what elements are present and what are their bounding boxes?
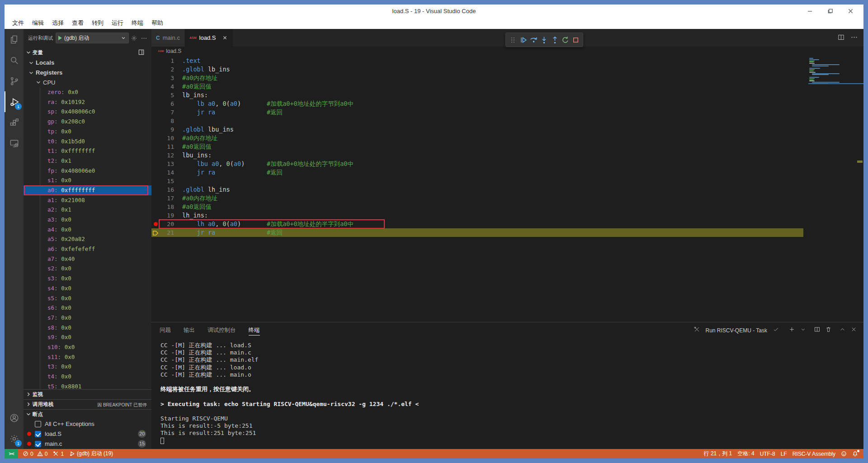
code-text[interactable]: #a0内存地址: [182, 134, 217, 142]
code-line-5[interactable]: 5lb_ins:: [151, 91, 863, 99]
gutter[interactable]: 1: [151, 57, 182, 65]
tab-load.S[interactable]: ASMload.S: [185, 29, 233, 47]
activity-run-debug-icon[interactable]: 1: [5, 91, 24, 112]
continue-icon[interactable]: [519, 35, 528, 45]
start-debug-icon[interactable]: [58, 36, 62, 40]
register-a5[interactable]: a5: 0x20a82: [24, 234, 151, 244]
split-editor-icon[interactable]: [837, 33, 845, 43]
gutter[interactable]: 2: [151, 65, 182, 74]
step-out-icon[interactable]: [550, 35, 560, 45]
code-text[interactable]: #a0返回值: [182, 203, 212, 211]
menu-item-6[interactable]: 终端: [127, 18, 147, 28]
close-panel-icon[interactable]: [850, 326, 857, 335]
more-actions-icon[interactable]: [850, 33, 858, 43]
gutter[interactable]: 8: [151, 117, 182, 125]
register-tp[interactable]: tp: 0x0: [24, 127, 151, 137]
gutter[interactable]: 14: [151, 168, 182, 177]
breakpoint-checkbox[interactable]: [35, 421, 41, 427]
tree-item-locals[interactable]: Locals: [24, 58, 151, 68]
code-line-17[interactable]: 17#a0内存地址: [151, 194, 863, 203]
menu-item-1[interactable]: 编辑: [28, 18, 48, 28]
gutter[interactable]: 5: [151, 91, 182, 99]
code-text[interactable]: #a0返回值: [182, 82, 212, 91]
terminal-dropdown-icon[interactable]: [800, 326, 807, 335]
code-editor[interactable]: 1.text2.globl lb_ins3#a0内存地址4#a0返回值5lb_i…: [151, 56, 863, 322]
breakpoint-item-1[interactable]: load.S20: [24, 429, 151, 439]
gutter[interactable]: 20: [151, 220, 182, 228]
register-sp[interactable]: sp: 0x408006c0: [24, 107, 151, 117]
register-a1[interactable]: a1: 0x21008: [24, 195, 151, 205]
register-a7[interactable]: a7: 0x40: [24, 254, 151, 264]
debug-session-status[interactable]: (gdb) 启动 (19): [66, 449, 116, 458]
menu-item-3[interactable]: 查看: [68, 18, 88, 28]
panel-tab-3[interactable]: 终端: [249, 322, 260, 338]
code-text[interactable]: lh_ins:: [182, 211, 208, 220]
menu-item-4[interactable]: 转到: [88, 18, 108, 28]
code-text[interactable]: lb a0, 0(a0) #加载a0+0地址处的字节到a0中: [182, 99, 354, 108]
minimap[interactable]: [808, 56, 857, 322]
gutter[interactable]: 18: [151, 203, 182, 211]
terminal-task-label[interactable]: Run RISCV-QEMU - Task: [706, 327, 767, 334]
code-text[interactable]: .globl lbu_ins: [182, 125, 234, 134]
gutter[interactable]: 4: [151, 82, 182, 91]
code-line-16[interactable]: 16.globl lh_ins: [151, 185, 863, 194]
panel-tab-2[interactable]: 调试控制台: [208, 322, 236, 338]
panel-tab-0[interactable]: 问题: [160, 322, 171, 338]
activity-extensions-icon[interactable]: [5, 112, 24, 133]
restart-icon[interactable]: [560, 35, 570, 45]
close-tab-icon[interactable]: [221, 34, 228, 42]
register-t4[interactable]: t4: 0x0: [24, 372, 151, 382]
code-line-3[interactable]: 3#a0内存地址: [151, 74, 863, 82]
code-line-4[interactable]: 4#a0返回值: [151, 82, 863, 91]
register-ra[interactable]: ra: 0x10192: [24, 97, 151, 107]
tree-item-registers[interactable]: Registers: [24, 68, 151, 78]
watch-section-header[interactable]: 监视: [24, 389, 151, 399]
register-s4[interactable]: s4: 0x0: [24, 283, 151, 293]
code-line-10[interactable]: 10#a0内存地址: [151, 134, 863, 142]
gear-icon[interactable]: [129, 33, 139, 43]
gutter[interactable]: 11: [151, 142, 182, 151]
code-line-8[interactable]: 8: [151, 117, 863, 125]
gutter[interactable]: 15: [151, 177, 182, 185]
code-line-2[interactable]: 2.globl lb_ins: [151, 65, 863, 74]
remote-indicator[interactable]: ><: [5, 449, 18, 458]
running-tasks-status[interactable]: 1: [50, 449, 66, 458]
activity-search-icon[interactable]: [5, 50, 24, 71]
kill-terminal-icon[interactable]: [825, 326, 832, 335]
code-line-19[interactable]: 19lh_ins:: [151, 211, 863, 220]
code-text[interactable]: .globl lh_ins: [182, 185, 230, 194]
code-text[interactable]: #a0内存地址: [182, 74, 217, 82]
code-text[interactable]: jr ra #返回: [182, 228, 283, 237]
code-text[interactable]: jr ra #返回: [182, 108, 283, 117]
drag-grip-icon[interactable]: [508, 35, 518, 45]
problems-status[interactable]: 0 0: [20, 449, 50, 458]
gutter[interactable]: 13: [151, 160, 182, 168]
register-s2[interactable]: s2: 0x0: [24, 264, 151, 274]
code-line-15[interactable]: 15: [151, 177, 863, 185]
register-a0[interactable]: a0: 0xffffffff: [24, 185, 151, 195]
breakpoints-section-header[interactable]: 断点: [24, 409, 151, 419]
minimize-button[interactable]: [800, 5, 820, 17]
code-line-7[interactable]: 7 jr ra #返回: [151, 108, 863, 117]
code-line-18[interactable]: 18#a0返回值: [151, 203, 863, 211]
breakpoint-checkbox[interactable]: [35, 431, 41, 437]
register-s6[interactable]: s6: 0x0: [24, 303, 151, 313]
call-stack-section-header[interactable]: 调用堆栈 因 BREAKPOINT 已暂停: [24, 399, 151, 409]
register-s5[interactable]: s5: 0x0: [24, 293, 151, 303]
maximize-panel-icon[interactable]: [839, 326, 846, 335]
register-t0[interactable]: t0: 0x1b5d0: [24, 137, 151, 146]
activity-account-icon[interactable]: [5, 407, 24, 428]
code-text[interactable]: .text: [182, 57, 201, 65]
code-text[interactable]: .globl lb_ins: [182, 65, 230, 74]
register-s11[interactable]: s11: 0x0: [24, 352, 151, 362]
breakpoint-item-2[interactable]: main.c15: [24, 439, 151, 449]
gutter[interactable]: 7: [151, 108, 182, 117]
tree-item-cpu[interactable]: CPU: [24, 77, 151, 87]
status-item-0[interactable]: 行 21，列 1: [701, 449, 735, 458]
gutter[interactable]: 9: [151, 125, 182, 134]
code-text[interactable]: jr ra #返回: [182, 168, 283, 177]
code-line-12[interactable]: 12lbu_ins:: [151, 151, 863, 160]
breakpoint-item-0[interactable]: All C++ Exceptions: [24, 419, 151, 429]
activity-explorer-icon[interactable]: [5, 29, 24, 50]
code-line-13[interactable]: 13 lbu a0, 0(a0) #加载a0+0地址处的字节到a0中: [151, 160, 863, 168]
